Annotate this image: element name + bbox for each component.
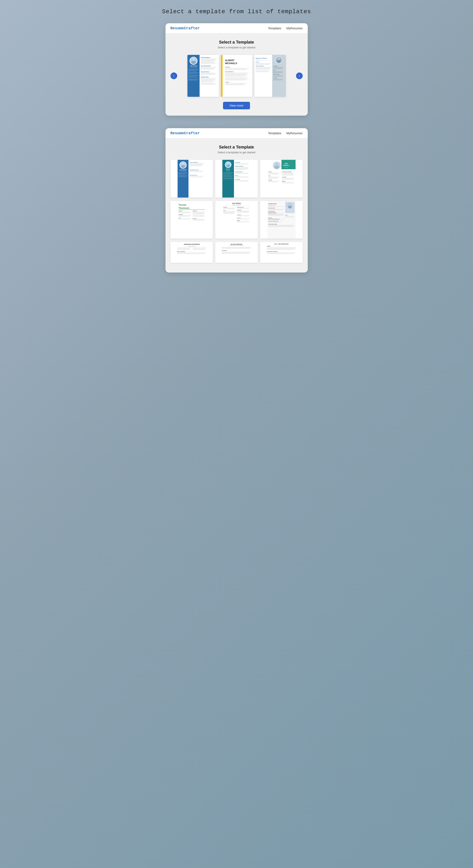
svg-text:Marjorie D.: Marjorie D. <box>226 168 230 169</box>
svg-rect-32 <box>201 67 217 67</box>
svg-rect-241 <box>178 219 190 219</box>
grid-svg-9: ROY J. WEATHERSPOON SUMMARY PROFESSIONAL… <box>260 242 303 263</box>
svg-text:ROY J. WEATHERSPOON: ROY J. WEATHERSPOON <box>274 243 289 245</box>
svg-text:WORK EXPERIENCE: WORK EXPERIENCE <box>225 71 233 72</box>
svg-text:PROFESSIONAL SUMMARY: PROFESSIONAL SUMMARY <box>268 224 277 225</box>
svg-rect-103 <box>273 67 283 68</box>
svg-rect-131 <box>178 176 186 177</box>
grid-template-kian-graham[interactable]: KIAN GRAHAM FLIGHT ATTENDANT WORK EXPERI… <box>170 160 213 197</box>
svg-rect-34 <box>201 68 214 68</box>
nav-templates-2[interactable]: Templates <box>268 131 281 135</box>
svg-rect-104 <box>273 68 282 68</box>
svg-point-4 <box>192 58 195 61</box>
svg-rect-240 <box>178 219 191 219</box>
svg-rect-209 <box>268 181 279 182</box>
svg-rect-310 <box>268 219 284 219</box>
svg-rect-275 <box>237 212 249 212</box>
svg-rect-255 <box>223 201 250 239</box>
svg-rect-44 <box>201 79 215 79</box>
svg-rect-99 <box>256 71 268 71</box>
svg-rect-319 <box>268 226 294 227</box>
svg-rect-137 <box>190 164 203 164</box>
svg-rect-301 <box>268 214 284 214</box>
svg-rect-43 <box>201 78 217 78</box>
svg-rect-214 <box>282 174 293 174</box>
svg-rect-91 <box>256 64 269 65</box>
svg-text:Jack William: Jack William <box>232 202 241 204</box>
svg-rect-9 <box>188 70 198 71</box>
svg-rect-52 <box>201 84 216 85</box>
svg-rect-331 <box>177 252 206 253</box>
svg-text:Senior Graphic Designer: Senior Graphic Designer <box>268 205 275 206</box>
svg-rect-132 <box>178 177 187 177</box>
svg-text:WORK EXPERIENCE: WORK EXPERIENCE <box>190 162 198 163</box>
svg-rect-326 <box>177 249 190 250</box>
svg-text:EDUCATION: EDUCATION <box>268 218 272 218</box>
svg-rect-279 <box>237 216 249 216</box>
grid-template-tonnie-thomsen[interactable]: Tonnie Thomsen OBJECTIVE REFERENCES SKIL… <box>170 201 213 239</box>
grid-template-jack-william[interactable]: Jack William UNIVERSITY ACADEMIC EDUCATI… <box>215 201 258 239</box>
grid-svg-5: Jack William UNIVERSITY ACADEMIC EDUCATI… <box>215 201 258 239</box>
svg-rect-312 <box>268 220 283 220</box>
svg-rect-140 <box>190 166 202 166</box>
svg-rect-69 <box>225 76 245 76</box>
svg-rect-199 <box>268 173 279 173</box>
carousel-prev[interactable]: ‹ <box>170 72 177 79</box>
svg-text:PROFESSIONAL EXPERIENCE: PROFESSIONAL EXPERIENCE <box>282 172 292 173</box>
svg-text:ACTIVITIES: ACTIVITIES <box>273 78 277 79</box>
navbar-1: ResumeCrafter Templates MyResumes <box>166 23 308 33</box>
svg-rect-180 <box>235 174 247 174</box>
svg-text:BACHELOR OF COMMERCE DEGREE: BACHELOR OF COMMERCE DEGREE <box>268 221 278 222</box>
svg-text:SKILLS: SKILLS <box>178 218 181 218</box>
navbar-2: ResumeCrafter Templates MyResumes <box>166 128 308 138</box>
grid-template-jonathan-patterson[interactable]: JONATHAN PATTERSON PROJECT ENGINEER WORK… <box>170 242 213 263</box>
svg-text:CAREER OBJECTIVE: CAREER OBJECTIVE <box>237 207 244 208</box>
view-more-button[interactable]: View more <box>223 102 250 109</box>
grid-template-marjorie[interactable]: Marjorie D. McGahey Safe Executive EDUCA… <box>215 160 258 197</box>
nav-myresumes-1[interactable]: MyResumes <box>286 27 303 30</box>
svg-rect-249 <box>193 216 204 216</box>
carousel-next[interactable]: › <box>296 72 303 79</box>
svg-rect-276 <box>237 212 248 213</box>
svg-rect-200 <box>268 174 278 174</box>
svg-rect-266 <box>223 212 234 213</box>
svg-point-122 <box>181 165 185 168</box>
template-marjorie-mcgahey[interactable]: Marjorie D. McGahey Safe Executive PROFI… <box>255 55 286 97</box>
svg-text:SKILLS: SKILLS <box>268 176 270 176</box>
svg-rect-26 <box>201 61 214 61</box>
nav-myresumes-2[interactable]: MyResumes <box>286 131 303 135</box>
svg-rect-136 <box>190 163 204 164</box>
app-card-1: ResumeCrafter Templates MyResumes Select… <box>166 23 308 116</box>
svg-text:KIAN GRAHAM: KIAN GRAHAM <box>190 65 197 67</box>
svg-rect-250 <box>193 216 204 217</box>
svg-rect-13 <box>188 74 198 74</box>
svg-rect-18 <box>188 79 199 80</box>
svg-rect-163 <box>223 177 232 177</box>
svg-text:Lab Engineer: Lab Engineer <box>237 215 241 215</box>
template-grid-row3: JONATHAN PATTERSON PROJECT ENGINEER WORK… <box>170 242 303 263</box>
svg-rect-77 <box>225 84 246 84</box>
template-albert-michaels[interactable]: ALBERT MICHAELS EDUCATION WORK EXPERIENC… <box>221 55 252 97</box>
svg-rect-93 <box>256 67 271 67</box>
svg-rect-78 <box>225 84 244 85</box>
nav-templates-1[interactable]: Templates <box>268 27 281 30</box>
grid-template-juliana-silva[interactable]: JULIANA SILVA Senior Graphic Designer TE… <box>260 201 303 239</box>
grid-template-roy-weatherspoon[interactable]: ROY J. WEATHERSPOON SUMMARY PROFESSIONAL… <box>260 242 303 263</box>
svg-rect-186 <box>235 180 249 180</box>
svg-text:EDUCATION: EDUCATION <box>268 180 272 181</box>
svg-text:WORK EXPERIENCE: WORK EXPERIENCE <box>256 66 264 67</box>
svg-text:Safe Executive: Safe Executive <box>256 60 261 60</box>
svg-rect-15 <box>188 76 197 76</box>
template-kian-graham[interactable]: KIAN GRAHAM FLIGHT ATTENDANT <box>188 55 219 97</box>
grid-template-ellie-stanton[interactable]: ELLIE STANTON EDUCATION <box>215 242 258 263</box>
grid-template-sally-branders[interactable]: Sally Branders JOB TITLE CONTACTS SKILLS… <box>260 160 303 197</box>
svg-text:McGahey: McGahey <box>226 169 230 170</box>
svg-rect-29 <box>201 63 216 63</box>
carousel: ‹ KIAN GRAHAM FLIGHT A <box>170 55 303 97</box>
svg-text:WORK EXPERIENCE: WORK EXPERIENCE <box>268 211 275 212</box>
svg-rect-14 <box>188 75 199 76</box>
svg-rect-179 <box>235 173 248 173</box>
svg-rect-352 <box>267 249 294 250</box>
svg-rect-41 <box>201 74 214 75</box>
svg-rect-70 <box>225 78 248 78</box>
